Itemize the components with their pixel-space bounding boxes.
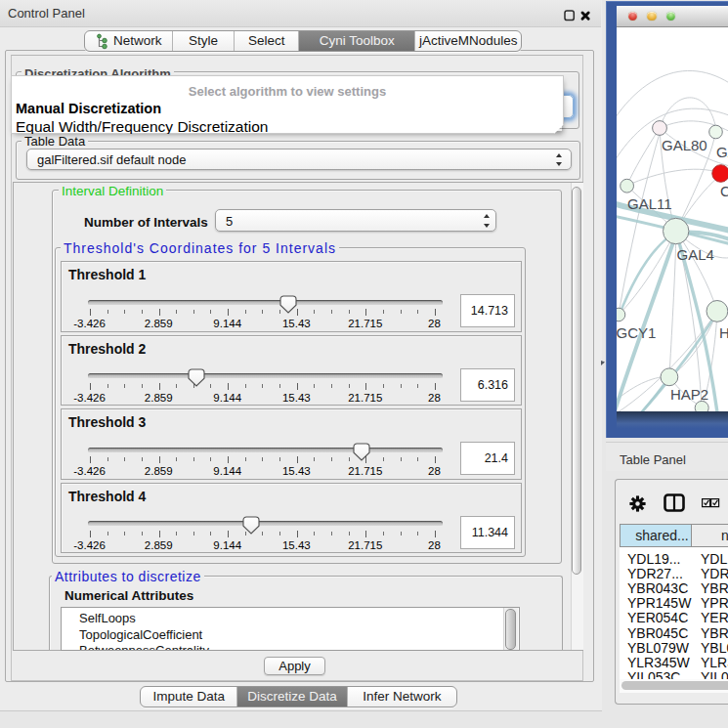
- svg-text:GCY1: GCY1: [617, 324, 656, 341]
- svg-text:C: C: [720, 183, 728, 199]
- svg-text:GAL80: GAL80: [662, 137, 707, 153]
- svg-text:GAL11: GAL11: [627, 195, 672, 212]
- svg-text:GA: GA: [716, 144, 728, 160]
- svg-text:GAL4: GAL4: [677, 246, 714, 263]
- svg-text:HAP2: HAP2: [670, 386, 708, 403]
- svg-text:H: H: [719, 324, 728, 341]
